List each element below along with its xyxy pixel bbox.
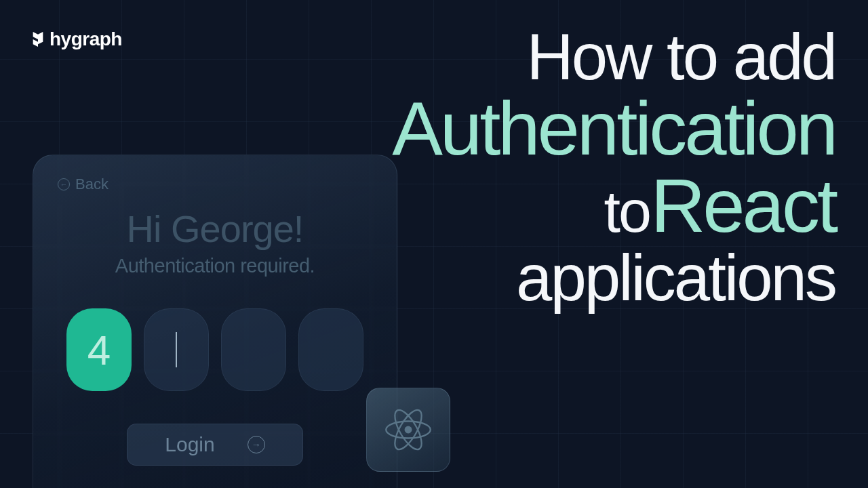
headline-part: to [604, 178, 650, 245]
auth-card: ← Back Hi George! Authentication require… [33, 155, 397, 488]
headline-accent: React [650, 163, 835, 248]
headline-part: applications [516, 241, 835, 314]
svg-point-3 [405, 426, 412, 434]
brand-logo: hygraph [31, 28, 122, 50]
login-button[interactable]: Login → [127, 424, 303, 466]
pin-digit-1[interactable]: 4 [66, 308, 132, 391]
hygraph-icon [31, 30, 45, 48]
back-label: Back [75, 176, 108, 193]
back-button[interactable]: ← Back [58, 176, 372, 193]
headline-accent: Authentication [392, 86, 835, 171]
pin-digit-3[interactable] [221, 308, 286, 391]
pin-digit-2[interactable] [144, 308, 209, 391]
auth-subtitle: Authentication required. [58, 255, 372, 277]
react-badge [366, 388, 450, 472]
arrow-left-icon: ← [58, 178, 70, 190]
arrow-right-circle-icon: → [248, 436, 265, 453]
headline: How to add Authentication to React appli… [392, 24, 835, 311]
login-label: Login [165, 433, 214, 456]
greeting-text: Hi George! [58, 207, 372, 251]
text-cursor [176, 332, 177, 367]
brand-name: hygraph [50, 28, 122, 50]
react-icon [382, 403, 435, 456]
pin-input-row: 4 [58, 308, 372, 391]
headline-part: How to add [526, 20, 835, 93]
pin-digit-4[interactable] [298, 308, 363, 391]
